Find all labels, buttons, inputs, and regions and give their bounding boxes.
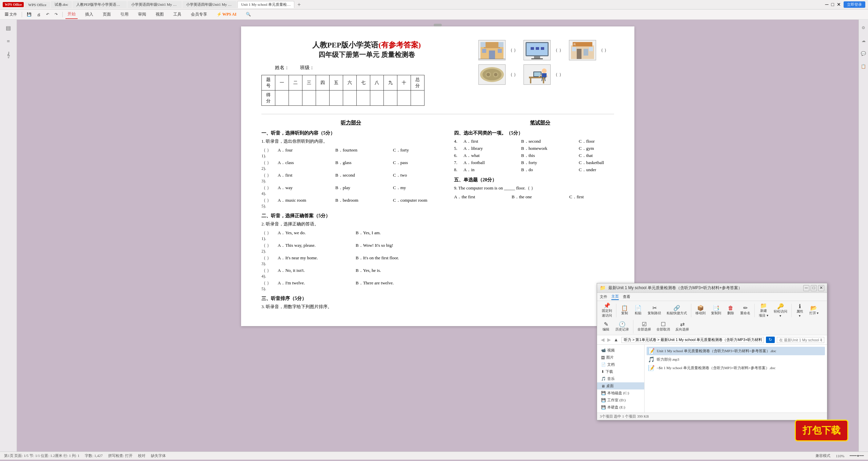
fe-nav-video[interactable]: 📹 视频 bbox=[597, 347, 644, 354]
tab-5[interactable]: Unit 1 My school 单元质量检… bbox=[237, 1, 294, 8]
fe-delete-btn[interactable]: 🗑 删除 bbox=[725, 305, 737, 316]
fe-edit-btn[interactable]: ✎ 编辑 bbox=[600, 321, 612, 333]
fe-forward-btn[interactable]: ▶ bbox=[606, 337, 612, 343]
fe-nav-download[interactable]: ⬇ 下载 bbox=[597, 368, 644, 375]
ribbon-tab-tools[interactable]: 工具 bbox=[171, 10, 183, 19]
minimize-btn[interactable]: ─ bbox=[825, 2, 829, 7]
fe-back-btn[interactable]: ◀ bbox=[600, 337, 606, 343]
fe-up-btn[interactable]: ▲ bbox=[613, 337, 619, 343]
ribbon-tab-search[interactable]: 🔍 bbox=[244, 11, 253, 18]
q2-5: （ ）5). A．I'm twelve. B．There are twelve. bbox=[261, 280, 440, 292]
tab-0[interactable]: WPS Office bbox=[24, 2, 50, 8]
ribbon-tab-review[interactable]: 审阅 bbox=[136, 10, 148, 19]
toolbar-sep-1 bbox=[22, 12, 22, 17]
login-btn[interactable]: 立即登录 bbox=[844, 1, 865, 8]
fe-close-btn[interactable]: ✕ bbox=[818, 285, 824, 291]
fe-nav-desktop[interactable]: 🖥 桌面 bbox=[597, 382, 644, 389]
svg-rect-11 bbox=[536, 47, 539, 50]
fe-restore-btn[interactable]: □ bbox=[811, 285, 817, 291]
fe-move-btn[interactable]: 📦 移动到 bbox=[693, 305, 708, 316]
tab-1[interactable]: 试卷.doc bbox=[51, 1, 72, 8]
fe-file-2[interactable]: 📝 ~$it 1 My school 单元质量检测卷（含听力MP3+听力材料+参… bbox=[647, 364, 825, 372]
fe-copy2-btn[interactable]: 📑 复制到 bbox=[709, 305, 723, 316]
page: 人教PEP版小学英语(有参考答案) 四年级下册第一单元 质量检测卷 姓名： 班级… bbox=[241, 26, 634, 326]
q4-4: 7. A．football B．forty C．basketball bbox=[454, 160, 626, 166]
redo-btn[interactable]: ↷ bbox=[53, 12, 60, 17]
fe-file-icon-0: 📝 bbox=[648, 348, 655, 354]
fe-cut-btn[interactable]: ✂ 复制路径 bbox=[646, 305, 663, 316]
right-icon-2[interactable]: ☁ bbox=[858, 35, 868, 46]
toolbar-menu[interactable]: ☰ 文件 bbox=[3, 11, 19, 18]
svg-rect-19 bbox=[572, 47, 576, 51]
restore-btn[interactable]: □ bbox=[831, 2, 834, 7]
fe-file-0[interactable]: 📝 Unit 1 My school 单元质量检测卷（含听力MP3+听力材料+参… bbox=[647, 347, 825, 355]
ribbon-tab-vip[interactable]: 会员专享 bbox=[189, 10, 209, 19]
ribbon-tab-insert[interactable]: 插入 bbox=[83, 10, 95, 19]
fe-ribbon-sep-3 bbox=[754, 304, 755, 317]
fe-nav-e[interactable]: 💾 本硬盘 (E:) bbox=[597, 404, 644, 411]
ribbon-tab-start[interactable]: 开始 bbox=[65, 10, 78, 19]
spell-check[interactable]: 拼写检查: 打开 bbox=[108, 453, 133, 458]
right-sidebar: ⚙ ☁ 💬 📋 bbox=[859, 20, 868, 452]
fe-new-folder-btn[interactable]: 📁 新建 项目 ▾ bbox=[757, 302, 770, 319]
zoom-bar[interactable]: ━━━●━━ bbox=[850, 454, 864, 458]
fe-select-all-btn[interactable]: ☑ 全部选择 bbox=[635, 321, 653, 333]
right-icon-1[interactable]: ⚙ bbox=[858, 22, 868, 33]
sidebar-icon-2[interactable]: ≡ bbox=[3, 36, 14, 47]
content-columns: 听力部分 一、听音，选择听到的内容（5分） 1. 听录音，选出你所听到的内容。 … bbox=[261, 120, 614, 313]
sidebar-icon-1[interactable]: ▤ bbox=[3, 22, 14, 33]
missing-font[interactable]: 缺失字体 bbox=[151, 453, 166, 458]
title-section: 人教PEP版小学英语(有参考答案) 四年级下册第一单元 质量检测卷 bbox=[261, 40, 472, 59]
top-right-controls: ─ □ ✕ 立即登录 bbox=[825, 1, 865, 8]
fe-open-btn[interactable]: 📂 打开 ▾ bbox=[807, 305, 821, 316]
fe-minimize-btn[interactable]: ─ bbox=[803, 285, 809, 291]
ribbon-tab-page[interactable]: 页面 bbox=[101, 10, 113, 19]
fe-history-btn[interactable]: 🕐 历史记录 bbox=[613, 321, 631, 333]
fe-status-bar: 3个项目 选中 1 个项目 399 KB bbox=[597, 413, 827, 420]
q2-3: （ ）3). A．It's near my home. B．It's on th… bbox=[261, 255, 440, 266]
ribbon-tab-view[interactable]: 视图 bbox=[154, 10, 166, 19]
ribbon-tab-ref[interactable]: 引用 bbox=[118, 10, 131, 19]
sidebar-icon-3[interactable]: 𝄞 bbox=[3, 49, 14, 60]
undo-btn[interactable]: ↶ bbox=[44, 12, 51, 17]
fe-search-input[interactable] bbox=[777, 337, 824, 343]
right-icon-3[interactable]: 💬 bbox=[858, 48, 868, 59]
ribbon-tab-ai[interactable]: ⚡ WPS AI bbox=[215, 11, 239, 18]
fe-shortcut-btn[interactable]: 🔗 粘贴快捷方式 bbox=[665, 305, 689, 316]
fe-nav-music[interactable]: 🎵 音乐 bbox=[597, 375, 644, 382]
new-tab-btn[interactable]: ＋ bbox=[296, 1, 302, 8]
fe-props-btn[interactable]: ℹ 属性 ▾ bbox=[794, 303, 806, 318]
fe-refresh-btn[interactable]: ↻ bbox=[766, 337, 775, 343]
fe-select-none-btn[interactable]: ☐ 全部取消 bbox=[654, 321, 672, 333]
proofread[interactable]: 校对 bbox=[138, 453, 145, 458]
svg-rect-2 bbox=[489, 51, 495, 59]
save-btn[interactable]: 💾 bbox=[25, 12, 34, 17]
fe-pin-btn[interactable]: 📌 固定到 速访问 bbox=[600, 302, 614, 319]
fe-tab-home[interactable]: 主页 bbox=[611, 294, 619, 300]
fe-invert-btn[interactable]: ⇄ 反向选择 bbox=[673, 321, 691, 333]
part1-title: 一、听音，选择听到的内容（5分） bbox=[261, 130, 440, 136]
part5-title: 五、单选题（20分） bbox=[454, 177, 626, 183]
fe-nav-picture[interactable]: 🖼 图片 bbox=[597, 354, 644, 361]
img-set-4: （ ） bbox=[478, 64, 519, 85]
fe-nav-docs[interactable]: 📄 文档 bbox=[597, 361, 644, 368]
fe-nav-c[interactable]: 💾 本地磁盘 (C:) bbox=[597, 389, 644, 397]
fe-file-1[interactable]: 🎵 听力部分.mp3 bbox=[647, 355, 825, 364]
fe-tab-view[interactable]: 查看 bbox=[623, 294, 630, 299]
tab-4[interactable]: 小学英语四年级Unit1 My school (… bbox=[182, 1, 237, 8]
tab-3[interactable]: 小学英语四年级Unit1 My school (… bbox=[127, 1, 182, 8]
fe-copy-btn[interactable]: 📋 复制 bbox=[618, 305, 631, 316]
fe-address-input[interactable] bbox=[622, 337, 764, 343]
tab-2[interactable]: 人教PEP版学年小学英语四年级下册… bbox=[73, 1, 127, 8]
fe-easy-access-btn[interactable]: 🔑 轻松访问 ▾ bbox=[772, 303, 789, 318]
fe-paste-btn[interactable]: 📄 粘贴 bbox=[632, 305, 644, 316]
fe-rename-btn[interactable]: ✏ 重命名 bbox=[738, 305, 752, 316]
print-btn[interactable]: 🖨 bbox=[35, 12, 43, 17]
close-btn[interactable]: ✕ bbox=[837, 2, 841, 7]
score-data-10 bbox=[397, 91, 411, 106]
download-badge[interactable]: 打包下载 bbox=[795, 420, 848, 441]
right-icon-4[interactable]: 📋 bbox=[858, 61, 868, 72]
fe-tab-file[interactable]: 文件 bbox=[600, 294, 607, 299]
fe-nav-d[interactable]: 💾 工作室 (D:) bbox=[597, 397, 644, 404]
title-and-table: 人教PEP版小学英语(有参考答案) 四年级下册第一单元 质量检测卷 姓名： 班级… bbox=[261, 40, 472, 110]
